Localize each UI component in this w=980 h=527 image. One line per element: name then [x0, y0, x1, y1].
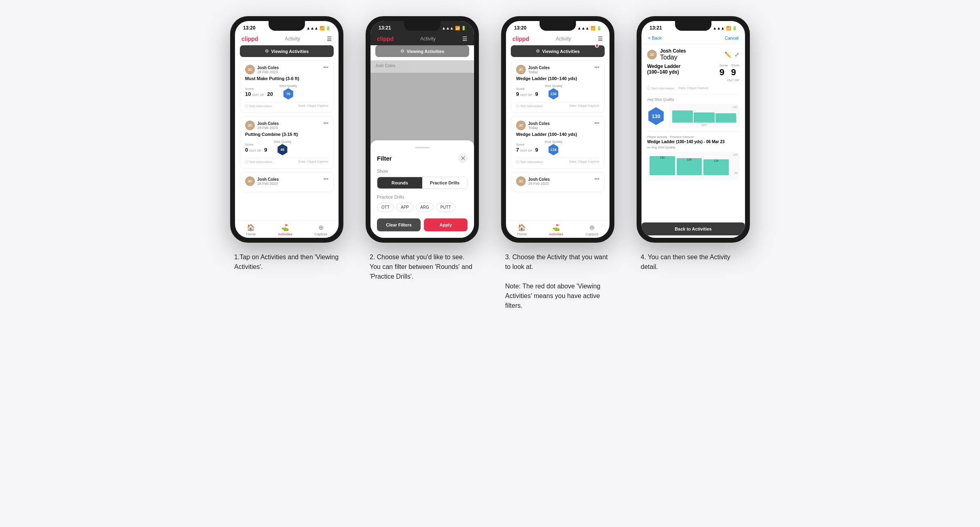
- shots-val-1-1: 20: [267, 91, 273, 97]
- section-divider-2: [647, 131, 739, 132]
- description-4: 4. You can then see the Activity detail.: [641, 252, 746, 272]
- activity-card-1-3[interactable]: JC Josh Coles 28 Feb 2023 •••: [240, 172, 334, 192]
- avatar-3-2: JC: [516, 121, 526, 130]
- filter-actions: Clear Filters Apply: [377, 218, 468, 231]
- home-icon-1: 🏠: [247, 224, 255, 231]
- more-dots-3-1[interactable]: •••: [594, 65, 599, 70]
- viewing-bar-3[interactable]: ⚙ Viewing Activities: [511, 45, 605, 57]
- card-title-3-1: Wedge Ladder (100–140 yds): [516, 76, 599, 81]
- mini-bar-2: 129: [677, 158, 702, 175]
- score-val-3-2: 7: [516, 147, 519, 153]
- signal-icon-2: ▲▲▲: [442, 26, 454, 30]
- filter-title: Filter: [377, 155, 392, 162]
- drill-tag-putt[interactable]: PUTT: [436, 203, 455, 212]
- chart-label: APP: [701, 124, 707, 127]
- user-info-1-3: Josh Coles 28 Feb 2023: [257, 177, 279, 186]
- nav-activities-3[interactable]: ⛳ Activities: [549, 224, 563, 236]
- phone-inner-1: 13:20 ▲▲▲ 📶 🔋 clippd Activity ☰ ⚙ Vi: [235, 21, 339, 238]
- hexagon-1-1: 75: [283, 88, 294, 99]
- app-nav-2: clippd Activity ☰: [370, 32, 474, 45]
- practice-drills-button[interactable]: Practice Drills: [422, 177, 467, 188]
- detail-score: 9: [720, 67, 728, 78]
- app-nav-center-2: Activity: [420, 36, 436, 42]
- description-3: 3. Choose the Activity that you want to …: [505, 252, 610, 311]
- score-val-1-1: 10: [245, 91, 251, 97]
- signal-icon-3: ▲▲▲: [577, 26, 589, 30]
- viewing-bar-text-3: Viewing Activities: [542, 49, 580, 54]
- filter-icon-3: ⚙: [536, 49, 540, 54]
- test-info-label: ⓘ Test Information: [647, 86, 674, 91]
- user-date-1-3: 28 Feb 2023: [257, 182, 279, 186]
- score-val-3-1: 9: [516, 91, 519, 97]
- edit-icon[interactable]: ✏️: [724, 51, 731, 58]
- status-time-4: 13:21: [650, 25, 662, 31]
- card-header-3-3: JC Josh Coles 28 Feb 2023 •••: [516, 176, 599, 186]
- more-dots-1-1[interactable]: •••: [323, 65, 328, 70]
- nav-home-1[interactable]: 🏠 Home: [246, 224, 256, 236]
- status-time-2: 13:21: [379, 25, 391, 31]
- detail-actions: ✏️ ⤢: [724, 51, 739, 58]
- avatar-1-1: JC: [245, 65, 255, 74]
- hamburger-icon-1[interactable]: ☰: [327, 36, 332, 42]
- detail-content: Wedge Ladder(100–140 yds) Score 9 Shots …: [641, 63, 745, 220]
- hexagon-3-1: 130: [548, 88, 559, 99]
- drill-tag-arg[interactable]: ARG: [416, 203, 434, 212]
- activity-card-3-2[interactable]: JC Josh Coles Today ••• Wedge Ladder (10…: [511, 116, 605, 169]
- viewing-bar-2[interactable]: ⚙ Viewing Activities: [375, 45, 469, 57]
- hamburger-icon-2[interactable]: ☰: [462, 36, 468, 42]
- drill-tag-ott[interactable]: OTT: [377, 203, 394, 212]
- close-filter-button[interactable]: ✕: [458, 153, 468, 163]
- footer-right-3-2: Data: Clippd Capture: [569, 160, 599, 164]
- avatar-1-3: JC: [245, 176, 255, 186]
- filter-toggle-row: Rounds Practice Drills: [377, 177, 468, 189]
- detail-activity-header: Wedge Ladder(100–140 yds) Score 9 Shots …: [647, 63, 739, 82]
- chart-bar-2: [694, 112, 714, 123]
- battery-icon-4: 🔋: [732, 26, 737, 30]
- back-button[interactable]: < Back: [648, 36, 662, 40]
- nav-home-3[interactable]: 🏠 Home: [517, 224, 527, 236]
- card-footer-3-1: ⓘ Test Information Data: Clippd Capture: [516, 102, 599, 108]
- app-nav-3: clippd Activity ☰: [506, 32, 610, 45]
- avg-quality-row: 130 130 50 0 APP: [647, 104, 739, 128]
- phone-inner-3: 13:20 ▲▲▲ 📶 🔋 clippd Activity ☰ ⚙ Vi: [506, 21, 610, 238]
- mini-bar-3: 124: [703, 159, 729, 175]
- stat-quality-3-1: Shot Quality 130: [545, 84, 563, 99]
- drill-tag-app[interactable]: APP: [396, 203, 413, 212]
- score-val-1-2: 0: [245, 147, 248, 153]
- hex-large: 130: [647, 107, 665, 125]
- activity-card-1-2[interactable]: JC Josh Coles 28 Feb 2023 ••• Putting Co…: [240, 116, 334, 169]
- activity-card-1-1[interactable]: JC Josh Coles 28 Feb 2023 ••• Must Make …: [240, 60, 334, 113]
- app-nav-center-1: Activity: [285, 36, 300, 42]
- wifi-icon-2: 📶: [455, 26, 460, 30]
- cancel-button[interactable]: Cancel: [725, 36, 739, 40]
- phone-inner-2: 13:21 ▲▲▲ 📶 🔋 clippd Activity ☰ ⚙ Vi: [370, 21, 474, 238]
- status-icons-2: ▲▲▲ 📶 🔋: [442, 26, 466, 30]
- description-2: 2. Choose what you'd like to see. You ca…: [370, 252, 475, 281]
- nav-capture-3[interactable]: ⊕ Capture: [586, 224, 599, 236]
- nav-activities-1[interactable]: ⛳ Activities: [278, 224, 292, 236]
- user-date-3-3: 28 Feb 2023: [528, 182, 550, 186]
- expand-icon[interactable]: ⤢: [734, 51, 739, 58]
- activity-card-3-3[interactable]: JC Josh Coles 28 Feb 2023 •••: [511, 172, 605, 192]
- more-dots-1-2[interactable]: •••: [323, 121, 328, 126]
- user-date-1-2: 28 Feb 2023: [257, 126, 279, 130]
- apply-button[interactable]: Apply: [424, 218, 468, 231]
- footer-right-1-1: Data: Clippd Capture: [298, 104, 328, 108]
- clear-filters-button[interactable]: Clear Filters: [377, 218, 421, 231]
- hamburger-icon-3[interactable]: ☰: [598, 36, 603, 42]
- activity-card-3-1[interactable]: JC Josh Coles Today ••• Wedge Ladder (10…: [511, 60, 605, 113]
- back-to-activities-button[interactable]: Back to Activities: [641, 222, 745, 235]
- signal-icon: ▲▲▲: [306, 26, 318, 30]
- stat-quality-1-2: Shot Quality 45: [274, 140, 292, 155]
- status-time-1: 13:20: [243, 25, 256, 31]
- nav-capture-1[interactable]: ⊕ Capture: [315, 224, 328, 236]
- avg-quality-chart: 130 50 0 APP: [669, 104, 739, 128]
- column-2: 13:21 ▲▲▲ 📶 🔋 clippd Activity ☰ ⚙ Vi: [363, 16, 482, 311]
- more-dots-3-3[interactable]: •••: [594, 176, 599, 182]
- detail-user-row: JC Josh Coles Today ✏️ ⤢: [641, 44, 745, 63]
- rounds-button[interactable]: Rounds: [377, 177, 422, 188]
- viewing-bar-1[interactable]: ⚙ Viewing Activities: [240, 45, 334, 57]
- more-dots-1-3[interactable]: •••: [323, 176, 328, 182]
- more-dots-3-2[interactable]: •••: [594, 121, 599, 126]
- filter-icon-2: ⚙: [400, 49, 404, 54]
